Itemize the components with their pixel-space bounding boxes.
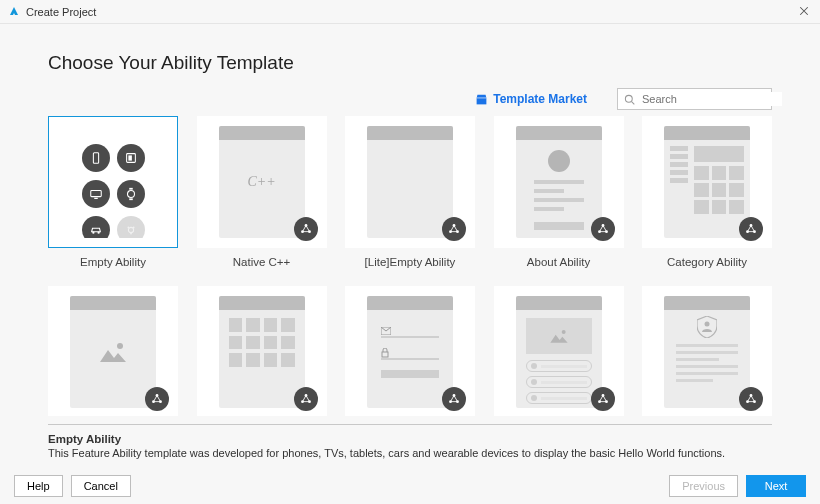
page-heading: Choose Your Ability Template — [48, 52, 780, 74]
distributed-badge-icon — [591, 217, 615, 241]
previous-button: Previous — [669, 475, 738, 497]
distributed-badge-icon — [294, 387, 318, 411]
shield-user-icon — [697, 316, 717, 338]
template-card[interactable] — [642, 286, 772, 416]
image-icon — [549, 328, 569, 344]
description-text: This Feature Ability template was develo… — [40, 447, 780, 459]
template-card[interactable] — [345, 286, 475, 416]
car-icon — [82, 216, 110, 238]
cpp-label: C++ — [247, 174, 275, 190]
store-icon — [475, 93, 488, 106]
distributed-badge-icon — [442, 217, 466, 241]
app-logo-icon — [8, 6, 20, 18]
image-icon — [98, 340, 128, 364]
svg-rect-39 — [382, 352, 388, 357]
next-button[interactable]: Next — [746, 475, 806, 497]
template-card[interactable] — [494, 286, 624, 416]
template-label: Empty Ability — [48, 256, 178, 268]
footer: Help Cancel Previous Next — [0, 468, 820, 504]
phone-icon — [82, 144, 110, 172]
search-input[interactable] — [640, 92, 782, 106]
template-card-native-cpp[interactable]: C++ Native C++ — [197, 116, 327, 268]
template-card[interactable] — [197, 286, 327, 416]
close-icon — [798, 5, 810, 17]
device-icon-disabled — [117, 216, 145, 238]
svg-rect-7 — [90, 191, 101, 197]
template-label: About Ability — [494, 256, 624, 268]
svg-rect-4 — [93, 153, 98, 164]
template-market-label: Template Market — [493, 92, 587, 106]
svg-point-13 — [97, 231, 99, 233]
distributed-badge-icon — [591, 387, 615, 411]
distributed-badge-icon — [294, 217, 318, 241]
template-label: Native C++ — [197, 256, 327, 268]
template-card-about[interactable]: About Ability — [494, 116, 624, 268]
template-grid: Empty Ability C++ Native C++ — [40, 116, 780, 416]
svg-point-14 — [128, 227, 133, 232]
template-card-lite-empty[interactable]: [Lite]Empty Ability — [345, 116, 475, 268]
svg-point-17 — [130, 233, 132, 235]
template-card-empty-ability[interactable]: Empty Ability — [48, 116, 178, 268]
svg-rect-1 — [477, 97, 487, 99]
close-button[interactable] — [798, 5, 812, 19]
window-title: Create Project — [26, 6, 96, 18]
template-market-link[interactable]: Template Market — [475, 92, 587, 106]
tv-icon — [82, 180, 110, 208]
svg-line-3 — [632, 101, 635, 104]
search-box[interactable] — [617, 88, 772, 110]
svg-point-31 — [117, 343, 123, 349]
distributed-badge-icon — [739, 217, 763, 241]
watch-icon — [117, 180, 145, 208]
lock-icon — [381, 348, 389, 358]
distributed-badge-icon — [739, 387, 763, 411]
template-card[interactable] — [48, 286, 178, 416]
svg-marker-30 — [100, 350, 126, 362]
help-button[interactable]: Help — [14, 475, 63, 497]
svg-rect-0 — [477, 97, 487, 104]
description-title: Empty Ability — [40, 433, 780, 445]
titlebar: Create Project — [0, 0, 820, 24]
search-icon — [624, 94, 635, 105]
svg-rect-6 — [128, 155, 132, 160]
tablet-icon — [117, 144, 145, 172]
svg-point-2 — [625, 95, 632, 102]
svg-point-48 — [705, 322, 710, 327]
divider — [48, 424, 772, 425]
svg-point-9 — [127, 191, 134, 198]
template-label: [Lite]Empty Ability — [345, 256, 475, 268]
cancel-button[interactable]: Cancel — [71, 475, 131, 497]
template-card-category[interactable]: Category Ability — [642, 116, 772, 268]
svg-point-15 — [127, 227, 129, 229]
svg-point-12 — [92, 231, 94, 233]
svg-marker-43 — [550, 335, 567, 343]
mail-icon — [381, 327, 391, 335]
distributed-badge-icon — [442, 387, 466, 411]
svg-rect-10 — [129, 188, 133, 190]
svg-point-44 — [561, 330, 565, 334]
svg-point-16 — [132, 227, 134, 229]
template-label: Category Ability — [642, 256, 772, 268]
svg-rect-11 — [129, 198, 133, 200]
distributed-badge-icon — [145, 387, 169, 411]
